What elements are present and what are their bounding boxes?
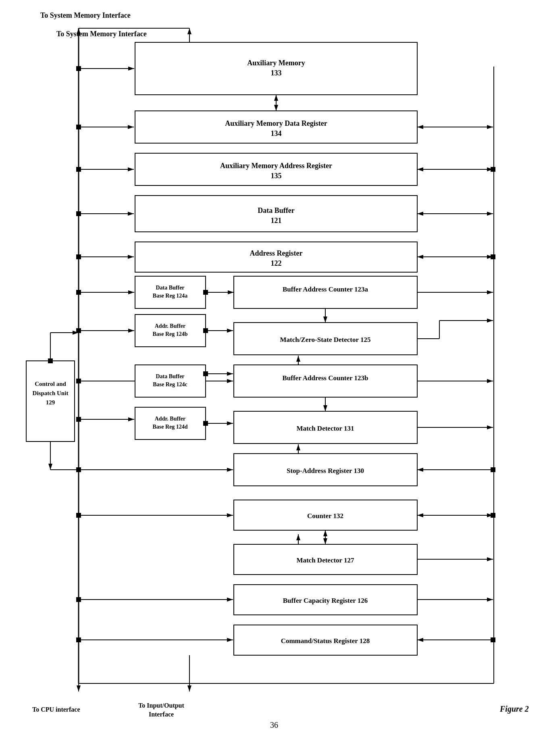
svg-text:Interface: Interface xyxy=(149,711,174,718)
svg-marker-35 xyxy=(417,212,423,216)
svg-text:Buffer Address Counter  123b: Buffer Address Counter 123b xyxy=(283,374,368,382)
svg-marker-44 xyxy=(417,255,423,259)
svg-rect-110 xyxy=(203,421,208,426)
svg-marker-91 xyxy=(227,379,233,383)
svg-rect-63 xyxy=(203,290,208,295)
svg-rect-78 xyxy=(203,328,208,333)
svg-marker-25 xyxy=(417,167,423,171)
svg-rect-160 xyxy=(491,637,495,642)
svg-marker-70 xyxy=(487,290,493,294)
svg-text:Auxiliary Memory: Auxiliary Memory xyxy=(247,59,305,67)
svg-rect-27 xyxy=(491,167,495,172)
svg-rect-150 xyxy=(76,597,81,602)
page: To System Memory Interface Auxiliary Mem… xyxy=(0,0,545,756)
svg-rect-81 xyxy=(76,328,81,333)
svg-text:Data Buffer: Data Buffer xyxy=(156,285,184,291)
svg-marker-138 xyxy=(323,538,327,544)
svg-rect-127 xyxy=(491,467,495,472)
svg-rect-113 xyxy=(76,417,81,422)
svg-rect-23 xyxy=(76,167,81,172)
svg-text:Base Reg 124c: Base Reg 124c xyxy=(153,381,187,387)
svg-rect-172 xyxy=(76,66,81,71)
svg-marker-139 xyxy=(323,530,327,536)
svg-marker-57 xyxy=(48,464,52,470)
svg-marker-96 xyxy=(487,379,493,383)
svg-marker-145 xyxy=(296,534,300,540)
svg-text:Match/Zero-State Detector 125: Match/Zero-State Detector 125 xyxy=(280,336,370,344)
svg-marker-80 xyxy=(128,329,134,333)
svg-text:135: 135 xyxy=(271,172,282,180)
svg-text:Address Register: Address Register xyxy=(250,249,302,257)
svg-marker-17 xyxy=(487,125,493,129)
svg-marker-121 xyxy=(227,468,233,472)
svg-marker-72 xyxy=(323,317,327,323)
svg-marker-98 xyxy=(323,405,327,411)
svg-marker-124 xyxy=(296,444,300,450)
svg-text:Addr. Buffer: Addr. Buffer xyxy=(155,323,186,329)
svg-marker-103 xyxy=(227,372,233,376)
svg-text:Data Buffer: Data Buffer xyxy=(258,206,294,215)
svg-marker-32 xyxy=(128,212,134,216)
svg-text:134: 134 xyxy=(271,129,282,137)
svg-text:Base Reg 124d: Base Reg 124d xyxy=(152,424,187,430)
svg-text:Dispatch Unit: Dispatch Unit xyxy=(33,390,69,396)
svg-text:Control and: Control and xyxy=(35,381,66,387)
svg-rect-99 xyxy=(135,365,206,397)
svg-rect-58 xyxy=(135,276,206,308)
svg-marker-109 xyxy=(227,421,233,425)
svg-rect-122 xyxy=(76,467,81,472)
svg-text:129: 129 xyxy=(46,399,55,406)
svg-rect-132 xyxy=(76,513,81,518)
svg-marker-62 xyxy=(228,290,234,294)
svg-marker-94 xyxy=(296,356,300,362)
svg-text:Buffer Capacity Register 126: Buffer Capacity Register 126 xyxy=(283,597,368,604)
svg-text:Figure 2: Figure 2 xyxy=(499,704,529,714)
svg-marker-149 xyxy=(227,598,233,602)
svg-text:Command/Status Register 128: Command/Status Register 128 xyxy=(281,637,370,645)
svg-marker-112 xyxy=(128,417,134,421)
svg-text:Buffer Address Counter 123a: Buffer Address Counter 123a xyxy=(283,285,368,293)
svg-rect-14 xyxy=(76,125,81,129)
svg-marker-131 xyxy=(227,513,233,517)
svg-rect-105 xyxy=(135,407,206,439)
svg-text:Data Buffer: Data Buffer xyxy=(156,373,184,379)
svg-marker-13 xyxy=(128,125,134,129)
svg-marker-8 xyxy=(274,105,278,111)
svg-rect-54 xyxy=(48,358,53,363)
svg-marker-156 xyxy=(227,638,233,642)
svg-marker-159 xyxy=(417,638,423,642)
svg-text:Addr. Buffer: Addr. Buffer xyxy=(155,416,186,422)
svg-text:122: 122 xyxy=(271,259,282,267)
svg-rect-136 xyxy=(491,513,495,518)
svg-text:Match Detector 127: Match Detector 127 xyxy=(296,556,354,564)
svg-rect-92 xyxy=(76,379,81,383)
svg-rect-42 xyxy=(76,254,81,259)
svg-marker-16 xyxy=(417,125,423,129)
svg-marker-143 xyxy=(487,557,493,561)
svg-text:Stop-Address Register 130: Stop-Address Register 130 xyxy=(287,467,364,475)
svg-text:To System Memory Interface: To System Memory Interface xyxy=(56,30,147,38)
svg-marker-152 xyxy=(487,598,493,602)
svg-marker-126 xyxy=(417,468,423,472)
svg-marker-87 xyxy=(487,319,493,323)
svg-marker-7 xyxy=(274,95,278,101)
svg-rect-33 xyxy=(76,211,81,216)
svg-text:133: 133 xyxy=(271,69,282,77)
svg-text:Match Detector 131: Match Detector 131 xyxy=(296,425,354,432)
svg-marker-22 xyxy=(128,167,134,171)
svg-text:Auxiliary Memory Address Regis: Auxiliary Memory Address Register xyxy=(220,162,332,170)
svg-marker-171 xyxy=(128,67,134,71)
svg-text:36: 36 xyxy=(270,721,278,729)
diagram-svg: Auxiliary Memory 133 Auxiliary Memory Da… xyxy=(16,26,532,736)
svg-rect-3 xyxy=(135,42,417,95)
svg-text:Base Reg 124b: Base Reg 124b xyxy=(152,331,187,337)
svg-text:Counter 132: Counter 132 xyxy=(307,512,343,520)
svg-rect-104 xyxy=(203,371,208,376)
svg-rect-73 xyxy=(135,314,206,347)
svg-marker-65 xyxy=(128,290,134,294)
svg-marker-164 xyxy=(77,685,81,691)
svg-marker-117 xyxy=(487,425,493,429)
top-system-memory-label: To System Memory Interface xyxy=(40,11,131,20)
svg-marker-162 xyxy=(187,685,191,691)
svg-marker-168 xyxy=(187,28,191,34)
